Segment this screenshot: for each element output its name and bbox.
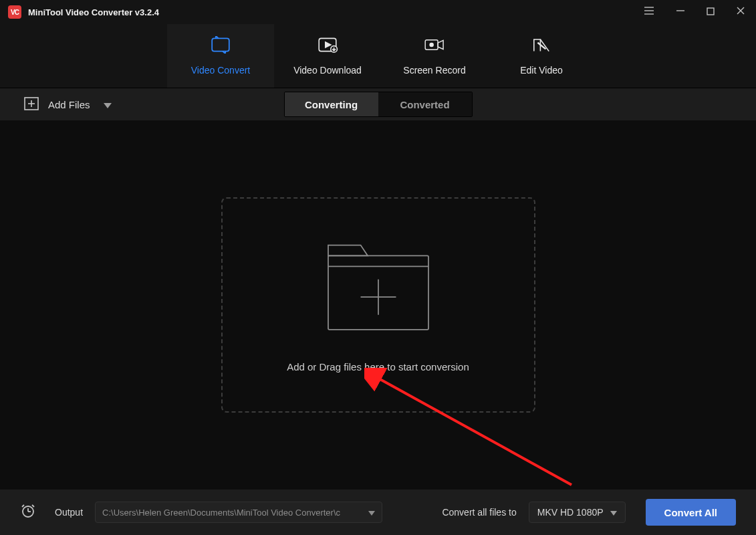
add-files-label: Add Files (48, 99, 90, 110)
download-icon (317, 36, 338, 56)
minimize-icon[interactable] (673, 3, 688, 21)
footer-bar: Output C:\Users\Helen Green\Documents\Mi… (0, 490, 756, 535)
folder-plus-icon (318, 238, 438, 341)
svg-rect-7 (212, 38, 229, 51)
clock-icon[interactable] (20, 503, 36, 522)
convert-all-button-label: Convert All (664, 507, 717, 518)
tab-label: Video Convert (191, 65, 250, 76)
chevron-down-icon (104, 99, 112, 110)
svg-rect-4 (707, 8, 714, 15)
tab-label: Screen Record (403, 65, 465, 76)
subtab-label: Converted (400, 99, 449, 110)
tab-label: Video Download (293, 65, 362, 76)
close-icon[interactable] (733, 3, 748, 21)
dropzone-text: Add or Drag files here to start conversi… (287, 361, 469, 372)
maximize-icon[interactable] (704, 3, 717, 21)
convert-all-button[interactable]: Convert All (646, 499, 736, 526)
svg-marker-9 (326, 42, 331, 47)
tab-video-download[interactable]: Video Download (274, 24, 381, 88)
window-controls (641, 3, 748, 21)
subtab-converted[interactable]: Converted (378, 92, 472, 116)
chevron-down-icon (610, 507, 617, 518)
chevron-down-icon (368, 508, 375, 518)
main-area: Add or Drag files here to start conversi… (0, 120, 756, 490)
tab-label: Edit Video (520, 65, 563, 76)
app-title: MiniTool Video Converter v3.2.4 (28, 7, 641, 17)
tab-edit-video[interactable]: Edit Video (488, 24, 595, 88)
output-format-selector[interactable]: MKV HD 1080P (529, 502, 626, 523)
record-icon (424, 36, 445, 56)
output-path-selector[interactable]: C:\Users\Helen Green\Documents\MiniTool … (95, 502, 382, 523)
convert-all-label: Convert all files to (442, 507, 516, 518)
output-format-value: MKV HD 1080P (537, 507, 604, 518)
convert-icon (210, 36, 231, 56)
main-tabs: Video Convert Video Download Screen Reco… (0, 24, 756, 88)
subtab-converting[interactable]: Converting (285, 92, 378, 116)
app-icon: VC (8, 5, 21, 19)
convert-status-tabs: Converting Converted (284, 92, 473, 117)
svg-marker-28 (610, 511, 617, 516)
menu-icon[interactable] (641, 3, 657, 21)
svg-marker-12 (438, 40, 443, 49)
tab-video-convert[interactable]: Video Convert (167, 24, 274, 88)
titlebar: VC MiniTool Video Converter v3.2.4 (0, 0, 756, 24)
add-files-button[interactable]: Add Files (24, 97, 112, 112)
tab-screen-record[interactable]: Screen Record (381, 24, 488, 88)
svg-marker-17 (104, 103, 112, 108)
output-label: Output (55, 507, 83, 518)
edit-icon (531, 36, 552, 56)
subtab-label: Converting (305, 99, 358, 110)
svg-point-13 (430, 43, 433, 46)
add-file-icon (24, 97, 39, 112)
output-path-value: C:\Users\Helen Green\Documents\MiniTool … (102, 508, 363, 518)
file-dropzone[interactable]: Add or Drag files here to start conversi… (221, 197, 535, 413)
svg-marker-27 (368, 511, 375, 516)
sub-toolbar: Add Files Converting Converted (0, 88, 756, 120)
